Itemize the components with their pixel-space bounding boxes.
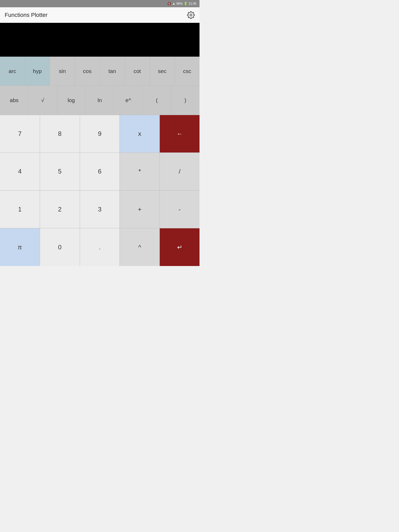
- btn-1[interactable]: 1: [0, 191, 40, 228]
- btn-0[interactable]: 0: [40, 228, 80, 266]
- btn-6[interactable]: 6: [80, 153, 120, 190]
- svg-point-0: [190, 14, 192, 16]
- btn-dot[interactable]: .: [80, 228, 120, 266]
- btn-2[interactable]: 2: [40, 191, 80, 228]
- wifi-icon: ▲: [172, 2, 175, 5]
- btn-csc[interactable]: csc: [175, 57, 200, 85]
- btn-sqrt[interactable]: √: [29, 86, 57, 115]
- keypad-row-4: π 0 . ^ ↵: [0, 228, 200, 266]
- btn-rparen[interactable]: ): [171, 86, 200, 115]
- battery-level: 96%: [176, 2, 183, 5]
- btn-sin[interactable]: sin: [50, 57, 75, 85]
- btn-7[interactable]: 7: [0, 115, 40, 153]
- keypad-row-3: 1 2 3 + -: [0, 191, 200, 229]
- btn-lparen[interactable]: (: [143, 86, 171, 115]
- btn-abs[interactable]: abs: [0, 86, 29, 115]
- calculator: arc hyp sin cos tan cot sec csc abs √ lo…: [0, 57, 200, 266]
- btn-power[interactable]: ^: [120, 228, 160, 266]
- status-bar: 🔇 ▲ 96% 🔋 21:06: [0, 0, 200, 7]
- btn-subtract[interactable]: -: [160, 191, 200, 228]
- btn-log[interactable]: log: [57, 86, 86, 115]
- btn-4[interactable]: 4: [0, 153, 40, 190]
- keypad-row-1: 7 8 9 x ←: [0, 115, 200, 153]
- keypad-row-2: 4 5 6 * /: [0, 153, 200, 191]
- trig-row: arc hyp sin cos tan cot sec csc: [0, 57, 200, 86]
- mute-icon: 🔇: [167, 2, 171, 5]
- btn-3[interactable]: 3: [80, 191, 120, 228]
- btn-x[interactable]: x: [120, 115, 160, 153]
- btn-cos[interactable]: cos: [75, 57, 100, 85]
- btn-ln[interactable]: ln: [86, 86, 114, 115]
- app-bar: Functions Plotter: [0, 7, 200, 23]
- btn-pi[interactable]: π: [0, 228, 40, 266]
- btn-divide[interactable]: /: [160, 153, 200, 190]
- graph-area[interactable]: [0, 23, 200, 57]
- btn-tan[interactable]: tan: [100, 57, 125, 85]
- btn-hyp[interactable]: hyp: [25, 57, 50, 85]
- btn-9[interactable]: 9: [80, 115, 120, 153]
- btn-exp[interactable]: e^: [114, 86, 143, 115]
- btn-8[interactable]: 8: [40, 115, 80, 153]
- btn-enter[interactable]: ↵: [160, 228, 200, 266]
- btn-add[interactable]: +: [120, 191, 160, 228]
- status-icons: 🔇 ▲ 96% 🔋 21:06: [167, 2, 196, 5]
- btn-cot[interactable]: cot: [125, 57, 150, 85]
- settings-icon[interactable]: [187, 11, 195, 19]
- time: 21:06: [189, 2, 196, 5]
- math-row: abs √ log ln e^ ( ): [0, 86, 200, 115]
- btn-arc[interactable]: arc: [0, 57, 25, 85]
- battery-icon: 🔋: [184, 2, 188, 5]
- page-title: Functions Plotter: [5, 12, 48, 18]
- btn-multiply[interactable]: *: [120, 153, 160, 190]
- btn-5[interactable]: 5: [40, 153, 80, 190]
- btn-backspace[interactable]: ←: [160, 115, 200, 153]
- btn-sec[interactable]: sec: [150, 57, 175, 85]
